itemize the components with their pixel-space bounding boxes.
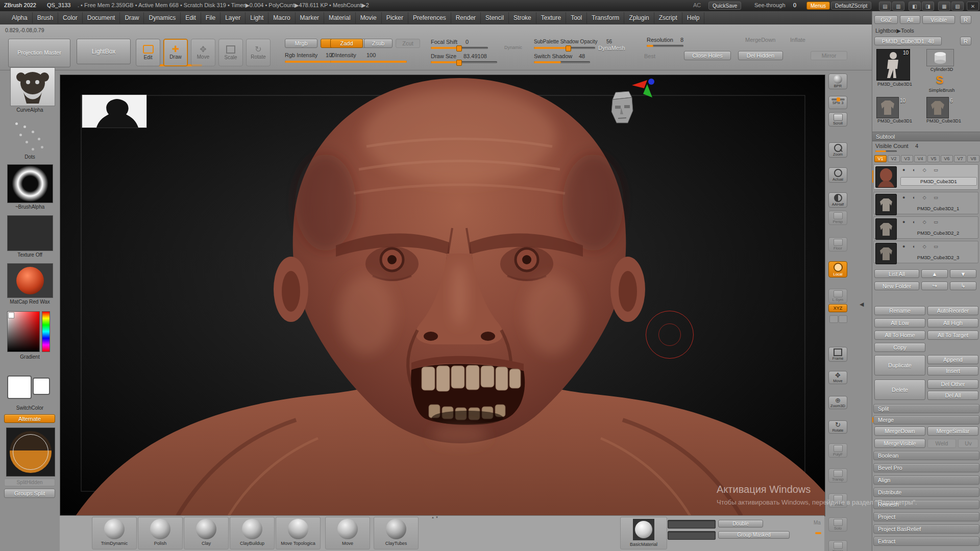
merge-visible-button[interactable]: MergeVisible (874, 439, 925, 448)
rename-button[interactable]: Rename (874, 306, 925, 315)
new-folder-button[interactable]: New Folder (874, 282, 919, 290)
menu-layer[interactable]: Layer (220, 12, 246, 23)
mirror-button[interactable]: Mirror (811, 51, 847, 60)
spix-slider[interactable]: SPix 3 (828, 96, 847, 109)
actual-button[interactable]: Actual (828, 167, 847, 183)
menu-movie[interactable]: Movie (356, 12, 382, 23)
menu-alpha[interactable]: Alpha (7, 12, 33, 23)
all-to-home-button[interactable]: All To Home (874, 331, 925, 340)
zadd-button[interactable]: Zadd (330, 39, 363, 48)
menu-light[interactable]: Light (246, 12, 268, 23)
aahalf-button[interactable]: AAHalf (828, 192, 847, 208)
projection-master-button[interactable]: Projection Master (8, 39, 70, 67)
current-alpha-thumbnail[interactable] (6, 428, 55, 477)
menu-texture[interactable]: Texture (536, 12, 566, 23)
subtool-header[interactable]: Subtool (872, 132, 980, 141)
tool-thumbnail-current[interactable]: 10 (876, 49, 910, 81)
zoom-button[interactable]: Zoom (828, 142, 847, 158)
boolean-section-header[interactable]: Boolean (873, 451, 979, 460)
brush-slot-claytubes[interactable]: ClayTubes (374, 517, 419, 549)
quicksave-button[interactable]: QuickSave (708, 2, 741, 10)
floor-button[interactable]: Floor (828, 237, 847, 252)
brush-alpha-thumbnail[interactable] (7, 164, 53, 203)
distribute-section-header[interactable]: Distribute (873, 488, 979, 497)
material-slot-basicmaterial[interactable]: BasicMaterial (620, 517, 667, 549)
scroll-button[interactable]: Scroll (828, 112, 847, 127)
menu-brush[interactable]: Brush (33, 12, 58, 23)
polyf-button[interactable]: PolyF (828, 443, 847, 458)
insert-button[interactable]: Insert (927, 366, 978, 375)
vtab-4[interactable]: V4 (914, 155, 926, 162)
menu-marker[interactable]: Marker (296, 12, 324, 23)
move-out-folder-button[interactable]: ↳ (950, 282, 976, 290)
transp-button[interactable]: Transp (828, 468, 847, 483)
curve-alpha-thumbnail[interactable] (10, 67, 55, 106)
focal-shift-slider[interactable] (431, 47, 488, 49)
texture-off-thumbnail[interactable] (7, 215, 53, 251)
hue-strip[interactable] (42, 311, 50, 352)
menu-document[interactable]: Document (83, 12, 120, 23)
del-all-button[interactable]: Del All (927, 391, 978, 400)
menu-color[interactable]: Color (58, 12, 83, 23)
bpr-button[interactable]: BPR (828, 73, 847, 89)
switch-shadow-slider[interactable] (534, 61, 590, 63)
shadow-opacity-slider[interactable] (534, 47, 595, 49)
lsym-button[interactable]: L.Sym (828, 289, 847, 303)
dots-thumbnail[interactable] (10, 118, 51, 151)
current-tool-button[interactable]: PM3D_Cube3D1.48 (874, 37, 942, 45)
groups-split-button[interactable]: Groups Split (4, 489, 55, 498)
menu-stroke[interactable]: Stroke (509, 12, 536, 23)
transpose-icon-a[interactable] (829, 315, 838, 323)
merge-similar-button[interactable]: MergeSimilar (927, 427, 978, 436)
r-button[interactable]: R (960, 15, 971, 24)
tray-resize-handle[interactable]: ▲▼ (431, 516, 439, 519)
menus-button[interactable]: Menus (806, 2, 830, 10)
zoom3d-button[interactable]: ⊕Zoom3D (828, 396, 847, 409)
vtab-8[interactable]: V8 (967, 155, 979, 162)
brush-slot-trimdynamic[interactable]: TrimDynamic (92, 517, 137, 549)
group-masked-button[interactable]: Group Masked (718, 531, 790, 539)
vtab-1[interactable]: V1 (874, 155, 887, 162)
main-color-swatch[interactable] (7, 375, 32, 399)
lightbox-tools-label[interactable]: Lightbox▶Tools (875, 28, 914, 34)
blend-field[interactable] (668, 531, 716, 540)
move-button[interactable]: ✥ Move (191, 39, 215, 66)
edit-button[interactable]: Edit (136, 39, 160, 66)
alternate-button[interactable]: Alternate (4, 414, 55, 423)
bevel-pro-section-header[interactable]: Bevel Pro (873, 463, 979, 472)
mergedown-label[interactable]: MergeDown (745, 37, 775, 43)
layout-merge-icon[interactable]: ▥ (892, 2, 904, 11)
menu-preferences[interactable]: Preferences (408, 12, 451, 23)
brush-slot-claybuildup[interactable]: ClayBuildup (230, 517, 275, 549)
mrgb-button[interactable]: Mrgb (285, 39, 317, 48)
xpose-button[interactable]: Xpose (828, 540, 847, 551)
subtool-row-icon-strip[interactable]: ● ◐ ◇ ▭ (902, 195, 941, 200)
best-label[interactable]: Best (644, 53, 655, 59)
vtab-2[interactable]: V2 (888, 155, 900, 162)
rotate-canvas-button[interactable]: ↻Rotate (828, 420, 847, 434)
subtool-row-icon-strip[interactable]: ● ◐ ◇ ▭ (902, 244, 941, 249)
tool-thumbnail-4[interactable] (926, 97, 949, 118)
divider-right-icon[interactable]: ◨ (922, 2, 934, 11)
menu-transform[interactable]: Transform (587, 12, 624, 23)
dynamesh-label[interactable]: DynaMesh (598, 45, 625, 51)
subtool-row-selected[interactable]: ● ◐ ◇ ▭ PM3D_Cube3D1 (873, 164, 978, 190)
rotate-button[interactable]: ↻ Rotate (246, 39, 271, 66)
brush-slot-polish[interactable]: Polish (138, 517, 183, 549)
merge-section-header[interactable]: Merge (873, 415, 979, 424)
subtool-row[interactable]: ● ◐ ◇ ▭ PM3D_Cube3D2_2 (873, 216, 978, 239)
inflate-label[interactable]: Inflate (790, 37, 805, 43)
split-section-header[interactable]: Split (873, 404, 979, 413)
scale-button[interactable]: Scale (218, 39, 243, 66)
menu-tool[interactable]: Tool (566, 12, 587, 23)
brush-slot-clay[interactable]: Clay (184, 517, 229, 549)
brush-slot-move[interactable]: Move (325, 517, 370, 549)
menu-edit[interactable]: Edit (181, 12, 201, 23)
remesh-section-header[interactable]: Remesh (873, 500, 979, 509)
menu-stencil[interactable]: Stencil (481, 12, 509, 23)
persp-button[interactable]: Persp (828, 211, 847, 225)
move-to-folder-button[interactable]: ↪ (921, 282, 948, 290)
weld-button[interactable]: Weld (927, 439, 956, 448)
brush-slot-movetopological[interactable]: Move Topologica (276, 517, 321, 549)
vtab-5[interactable]: V5 (927, 155, 940, 162)
